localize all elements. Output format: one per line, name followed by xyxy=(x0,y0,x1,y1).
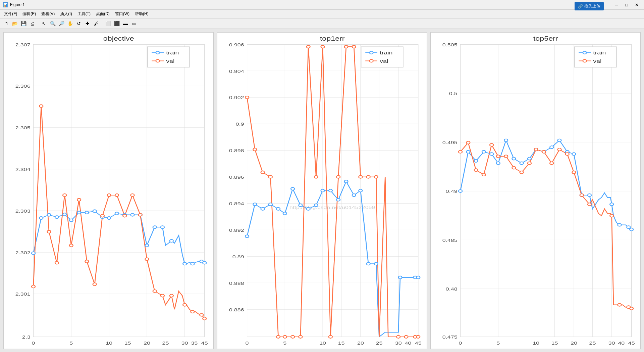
print2-button[interactable]: ⬜ xyxy=(104,19,112,28)
svg-text:0.475: 0.475 xyxy=(442,335,458,340)
svg-point-52 xyxy=(170,239,173,242)
svg-point-139 xyxy=(306,208,310,210)
svg-point-219 xyxy=(490,153,494,156)
menu-tools[interactable]: 工具(T) xyxy=(75,10,93,17)
chart-objective: objective 2.307 2.306 2.305 2.304 2.303 … xyxy=(3,32,214,349)
menu-file[interactable]: 文件(F) xyxy=(1,10,20,17)
svg-point-47 xyxy=(131,214,135,216)
svg-text:40: 40 xyxy=(405,341,411,346)
svg-text:0.485: 0.485 xyxy=(442,238,458,243)
svg-point-248 xyxy=(542,150,546,153)
svg-text:0.906: 0.906 xyxy=(229,42,244,47)
svg-point-179 xyxy=(369,59,373,62)
svg-point-51 xyxy=(161,226,164,228)
svg-point-216 xyxy=(467,150,470,153)
svg-text:5: 5 xyxy=(69,341,73,346)
close-button[interactable]: ✕ xyxy=(632,1,641,8)
svg-point-35 xyxy=(39,217,43,219)
svg-point-251 xyxy=(566,153,569,156)
svg-point-158 xyxy=(291,336,294,338)
svg-point-71 xyxy=(139,214,142,216)
datacursor-button[interactable]: ✚ xyxy=(84,19,92,28)
svg-point-151 xyxy=(416,276,420,279)
svg-text:train: train xyxy=(593,50,606,55)
svg-point-162 xyxy=(321,45,324,48)
svg-point-132 xyxy=(253,203,257,206)
menu-view[interactable]: 查看(V) xyxy=(39,10,57,17)
svg-point-169 xyxy=(374,176,378,178)
svg-point-166 xyxy=(352,45,356,48)
new-figure-button[interactable]: 🗋 xyxy=(2,19,10,28)
print-button[interactable]: 🖨 xyxy=(28,19,36,28)
svg-point-245 xyxy=(520,171,524,174)
svg-text:45: 45 xyxy=(201,341,208,346)
svg-point-145 xyxy=(352,194,356,196)
svg-point-56 xyxy=(203,261,206,264)
svg-text:10: 10 xyxy=(319,341,326,346)
svg-point-261 xyxy=(583,51,587,54)
svg-point-73 xyxy=(153,290,157,293)
svg-text:25: 25 xyxy=(589,341,596,346)
svg-text:0.505: 0.505 xyxy=(442,42,458,47)
svg-point-57 xyxy=(32,285,35,288)
rotate-button[interactable]: ↺ xyxy=(75,19,83,28)
chart-top5err-svg: top5err 0.505 0.5 0.495 0.49 0.485 0.48 … xyxy=(433,35,638,346)
chart-top1err: top1err 0.906 0.904 0.902 0.9 0.898 0.89… xyxy=(217,32,427,349)
upload-icon: 🔗 xyxy=(578,4,583,9)
zoom-in-button[interactable]: 🔍 xyxy=(49,19,57,28)
svg-point-77 xyxy=(191,310,195,313)
open-button[interactable]: 📂 xyxy=(11,19,19,28)
svg-point-40 xyxy=(77,211,81,214)
svg-point-161 xyxy=(314,176,318,178)
svg-point-144 xyxy=(344,180,348,183)
svg-text:val: val xyxy=(166,58,174,64)
menu-edit[interactable]: 编辑(E) xyxy=(20,10,39,17)
svg-point-63 xyxy=(77,199,81,201)
svg-text:45: 45 xyxy=(415,341,421,346)
minimize-button[interactable]: ─ xyxy=(612,1,621,8)
zoom-out-button[interactable]: 🔎 xyxy=(57,19,65,28)
svg-point-82 xyxy=(156,51,160,54)
svg-point-155 xyxy=(269,176,272,178)
svg-point-59 xyxy=(47,230,51,233)
svg-point-244 xyxy=(512,166,516,169)
menu-insert[interactable]: 插入(I) xyxy=(57,10,74,17)
svg-point-218 xyxy=(482,150,486,153)
menu-desktop[interactable]: 桌面(D) xyxy=(93,10,112,17)
svg-text:30: 30 xyxy=(608,341,615,346)
upload-button[interactable]: 🔗 抢先上传 xyxy=(575,2,604,10)
svg-point-138 xyxy=(299,204,302,207)
svg-point-168 xyxy=(366,176,370,178)
select-button[interactable]: ↖ xyxy=(40,19,48,28)
link-button[interactable]: ⬛ xyxy=(113,19,121,28)
subplot-button[interactable]: ▬ xyxy=(121,19,129,28)
brush-button[interactable]: 🖌 xyxy=(92,19,100,28)
save-button[interactable]: 💾 xyxy=(19,19,28,28)
svg-point-72 xyxy=(145,258,149,260)
maximize-button[interactable]: □ xyxy=(622,1,631,8)
svg-point-143 xyxy=(336,199,340,201)
svg-point-227 xyxy=(550,146,554,148)
subplot2-button[interactable]: ▭ xyxy=(130,19,138,28)
svg-point-67 xyxy=(107,194,111,196)
svg-text:10: 10 xyxy=(106,341,112,346)
pan-button[interactable]: ✋ xyxy=(66,19,74,28)
svg-point-217 xyxy=(474,160,478,162)
menu-window[interactable]: 窗口(W) xyxy=(112,10,132,17)
svg-point-54 xyxy=(191,262,195,265)
svg-text:25: 25 xyxy=(162,341,169,346)
svg-point-53 xyxy=(183,262,186,265)
chart-top5err: top5err 0.505 0.5 0.495 0.49 0.485 0.48 … xyxy=(430,32,641,349)
svg-point-228 xyxy=(558,139,561,142)
svg-rect-181 xyxy=(461,44,632,337)
svg-point-170 xyxy=(396,336,400,338)
menu-help[interactable]: 帮助(H) xyxy=(132,10,151,17)
svg-text:10: 10 xyxy=(533,341,540,346)
svg-point-134 xyxy=(269,203,272,206)
svg-rect-0 xyxy=(34,44,205,337)
svg-point-237 xyxy=(459,150,463,153)
svg-point-60 xyxy=(55,261,59,264)
svg-text:15: 15 xyxy=(551,341,558,346)
svg-text:0.902: 0.902 xyxy=(229,95,244,100)
svg-point-232 xyxy=(588,194,591,196)
